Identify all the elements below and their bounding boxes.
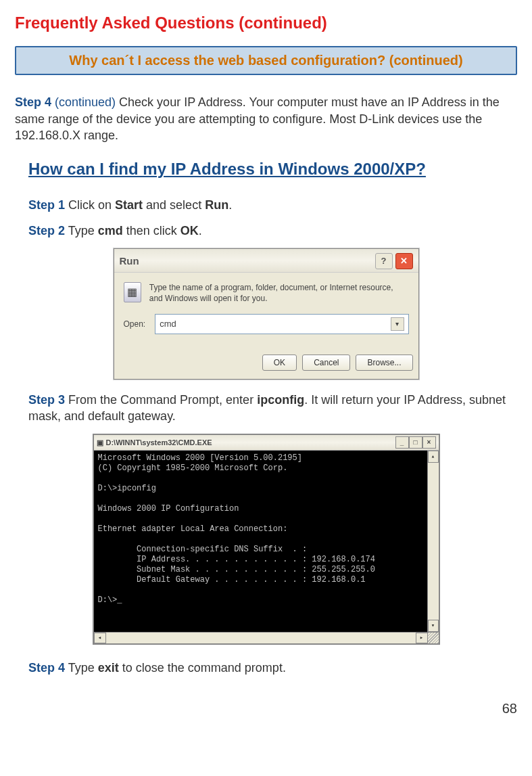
step4-paragraph: Step 4 Type exit to close the command pr… [28, 660, 517, 676]
run-dialog: Run ? ✕ ▦ Type the name of a program, fo… [114, 248, 419, 379]
help-icon[interactable]: ? [375, 253, 393, 269]
run-title-text: Run [120, 254, 139, 268]
step2-label: Step 2 [28, 224, 65, 237]
open-label: Open: [124, 319, 146, 329]
minimize-icon[interactable]: _ [395, 436, 409, 449]
step4-bold-exit: exit [98, 661, 119, 675]
step2-text-a: Type [65, 224, 98, 237]
step1-text-c: . [228, 198, 232, 212]
step2-paragraph: Step 2 Type cmd then click OK. [28, 223, 517, 239]
intro-paragraph: Step 4 (continued) Check your IP Address… [15, 94, 517, 143]
maximize-icon[interactable]: □ [409, 436, 422, 449]
step3-text-a: From the Command Prompt, enter [65, 393, 257, 407]
step3-bold-ipconfig: ipconfig [257, 393, 304, 407]
step3-label: Step 3 [28, 393, 65, 407]
resize-grip-icon[interactable] [428, 633, 439, 643]
cmd-output: Microsoft Windows 2000 [Version 5.00.219… [94, 451, 427, 632]
ok-button[interactable]: OK [262, 355, 297, 371]
step4-text-b: to close the command prompt. [119, 661, 286, 675]
scroll-up-icon[interactable]: ▴ [428, 451, 439, 463]
scroll-down-icon[interactable]: ▾ [428, 620, 439, 632]
run-description: Type the name of a program, folder, docu… [149, 282, 409, 304]
continued-label: (continued) [51, 95, 119, 109]
step1-label: Step 1 [28, 198, 65, 212]
cmd-window: ▣ D:\WINNT\system32\CMD.EXE _ □ × Micros… [93, 434, 440, 645]
step1-text-a: Click on [65, 198, 115, 212]
page-number: 68 [15, 700, 517, 718]
cmd-title-text: D:\WINNT\system32\CMD.EXE [106, 438, 212, 448]
cmd-titlebar: ▣ D:\WINNT\system32\CMD.EXE _ □ × [94, 435, 439, 451]
step1-bold-start: Start [115, 198, 143, 212]
browse-button[interactable]: Browse... [356, 355, 412, 371]
step1-text-b: and select [143, 198, 205, 212]
question-banner: Why can´t I access the web based configu… [15, 46, 517, 75]
run-app-icon: ▦ [124, 282, 141, 302]
step2-text-b: then click [123, 224, 180, 237]
step4-text-a: Type [65, 661, 98, 675]
page-title: Frequently Asked Questions (continued) [15, 12, 517, 34]
cancel-button[interactable]: Cancel [302, 355, 350, 371]
step2-bold-cmd: cmd [98, 224, 123, 237]
open-input[interactable]: cmd ▾ [155, 314, 408, 334]
chevron-down-icon[interactable]: ▾ [391, 317, 404, 331]
step3-paragraph: Step 3 From the Command Prompt, enter ip… [28, 392, 517, 425]
step1-bold-run: Run [205, 198, 228, 212]
subheading: How can I find my IP Address in Windows … [28, 158, 517, 180]
run-titlebar: Run ? ✕ [114, 249, 418, 273]
vertical-scrollbar[interactable]: ▴ ▾ [427, 451, 439, 632]
close-icon[interactable]: × [422, 436, 436, 449]
step1-paragraph: Step 1 Click on Start and select Run. [28, 197, 517, 213]
step4b-label: Step 4 [28, 661, 65, 675]
close-icon[interactable]: ✕ [395, 253, 413, 269]
cmd-app-icon: ▣ [97, 438, 103, 448]
step2-text-c: . [199, 224, 202, 237]
scroll-right-icon[interactable]: ▸ [416, 633, 428, 643]
step2-bold-ok: OK [180, 224, 199, 237]
open-input-value: cmd [160, 318, 176, 330]
step4-label: Step 4 [15, 95, 51, 109]
horizontal-scrollbar[interactable]: ◂ ▸ [94, 632, 439, 643]
scroll-left-icon[interactable]: ◂ [94, 633, 106, 643]
